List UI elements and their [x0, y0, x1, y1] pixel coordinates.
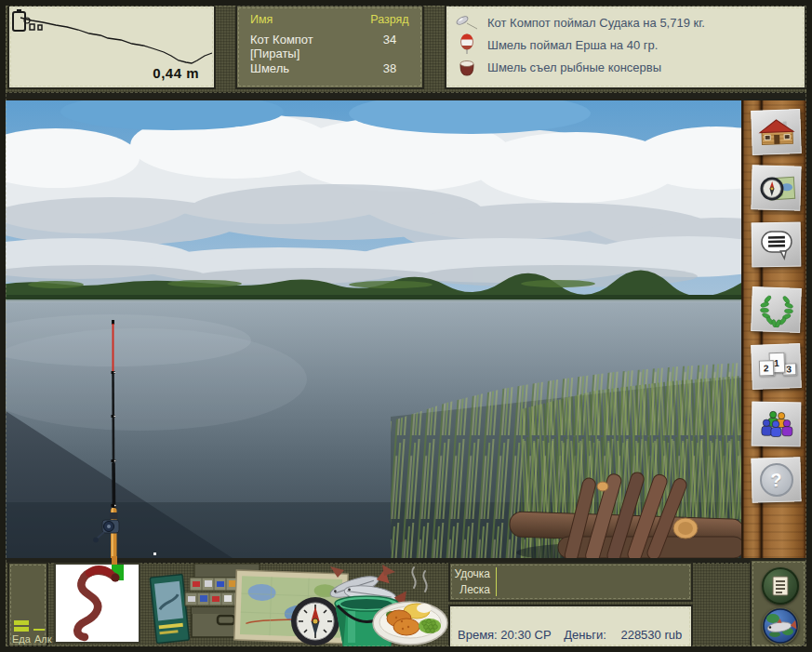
alcohol-gauge [33, 629, 45, 631]
time-value: 20:30 СР [500, 628, 551, 642]
battery-icon [11, 8, 45, 33]
rod-label: Удочка [450, 567, 496, 580]
players-table-header: Имя Разряд [250, 13, 422, 27]
chat-bubble-icon [757, 228, 795, 262]
players-online-button[interactable] [752, 402, 802, 447]
compass-map-icon [755, 169, 797, 206]
tackle-selector-panel: Удочка Леска [448, 562, 693, 602]
column-name: Имя [250, 13, 357, 27]
lake-scene[interactable] [0, 100, 741, 558]
depth-value: 0,44 m [153, 65, 199, 81]
log-entry: Шмель поймал Ерша на 40 гр. [446, 33, 805, 56]
bait-slot[interactable] [54, 563, 140, 644]
log-entry: Шмель съел рыбные консервы [446, 56, 805, 78]
players-table-panel: Имя Разряд Кот Компот [Пираты] 34 Шмель … [235, 5, 424, 89]
worm-bait-icon [56, 565, 139, 642]
player-name: Кот Компот [Пираты] [250, 33, 357, 60]
rod-butt [112, 556, 117, 565]
table-row: Кот Компот [Пираты] 34 [250, 33, 422, 60]
achievements-button[interactable] [751, 286, 802, 333]
canned-food-icon [446, 58, 487, 76]
log-entry: Кот Компот поймал Судака на 5,719 кг. [446, 11, 805, 33]
event-log-panel: Кот Компот поймал Судака на 5,719 кг. Шм… [445, 5, 806, 89]
money-label: Деньги: [564, 628, 606, 642]
log-text: Шмель поймал Ерша на 40 гр. [487, 38, 658, 52]
help-button[interactable]: ? [751, 457, 801, 502]
rod-value-field[interactable] [497, 567, 691, 580]
status-panel: Время: 20:30 СР Деньги: 228530 rub [448, 605, 693, 648]
log-text: Шмель съел рыбные консервы [487, 60, 661, 74]
sidebar-menu: 1 2 3 ? [741, 100, 812, 558]
time-label: Время: [458, 628, 498, 642]
podium-second: 2 [758, 360, 774, 377]
question-mark-icon: ? [759, 463, 793, 498]
location-map-button[interactable] [751, 165, 801, 210]
float-icon [446, 33, 487, 56]
log-text: Кот Компот поймал Судака на 5,719 кг. [487, 16, 705, 30]
podium-icon: 1 2 3 [757, 352, 795, 380]
table-row: Шмель 38 [250, 61, 422, 75]
players-group-icon [756, 407, 796, 442]
food-label: Еда [12, 633, 31, 645]
records-button[interactable]: 1 2 3 [751, 343, 802, 390]
line-value-field[interactable] [497, 583, 691, 596]
player-stats-panel: ЕдаАлк [7, 562, 48, 647]
player-rank: 38 [357, 61, 422, 75]
globe-fish-icon [762, 607, 799, 645]
food-gauge [14, 619, 29, 632]
notes-icon [770, 575, 791, 597]
reel-seat [110, 512, 118, 519]
player-rank: 34 [357, 33, 422, 60]
steam [412, 567, 426, 592]
corner-buttons-panel [750, 559, 807, 648]
line-label: Леска [450, 583, 496, 596]
alcohol-label: Алк [34, 633, 52, 645]
player-name: Шмель [250, 61, 357, 75]
spinner-lure-icon [446, 14, 487, 31]
house-icon [756, 115, 796, 148]
log-notes-button[interactable] [762, 567, 799, 605]
money-value: 228530 rub [620, 628, 682, 642]
chat-button[interactable] [752, 222, 802, 268]
depth-sounder-panel: 0,44 m [7, 5, 216, 89]
laurel-wreath-icon [757, 291, 795, 327]
home-button[interactable] [751, 109, 802, 155]
column-rank: Разряд [357, 13, 422, 27]
food-plate-button[interactable] [371, 562, 451, 649]
world-fishing-button[interactable] [762, 607, 799, 645]
